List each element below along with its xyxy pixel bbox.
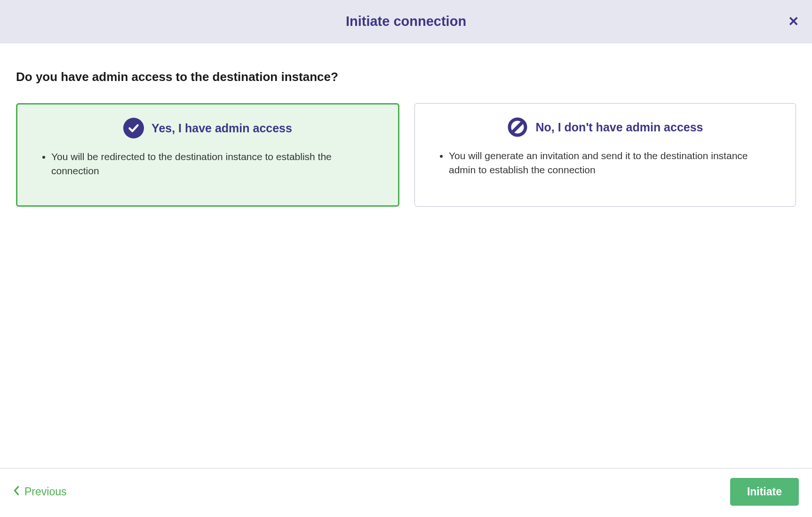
modal-body: Do you have admin access to the destinat… <box>0 43 812 468</box>
option-yes-admin[interactable]: Yes, I have admin access You will be red… <box>16 103 399 207</box>
initiate-button[interactable]: Initiate <box>730 478 799 506</box>
no-entry-icon <box>507 117 528 137</box>
modal-header: Initiate connection ✕ <box>0 0 812 43</box>
chevron-left-icon <box>13 485 20 498</box>
initiate-label: Initiate <box>747 485 782 498</box>
option-yes-title: Yes, I have admin access <box>151 121 292 135</box>
previous-label: Previous <box>24 485 66 498</box>
check-circle-icon <box>123 118 144 138</box>
close-button[interactable]: ✕ <box>788 15 799 28</box>
option-no-bullet: You will generate an invitation and send… <box>449 149 779 178</box>
option-yes-bullets: You will be redirected to the destinatio… <box>34 150 381 178</box>
close-icon: ✕ <box>788 14 799 29</box>
svg-line-1 <box>512 122 523 132</box>
option-no-bullets: You will generate an invitation and send… <box>432 149 779 178</box>
option-no-title: No, I don't have admin access <box>535 121 703 134</box>
modal-footer: Previous Initiate <box>0 468 812 517</box>
card-head: Yes, I have admin access <box>34 118 381 138</box>
modal-title: Initiate connection <box>346 14 466 29</box>
modal-container: Initiate connection ✕ Do you have admin … <box>0 0 812 517</box>
previous-button[interactable]: Previous <box>13 485 66 498</box>
option-yes-bullet: You will be redirected to the destinatio… <box>51 150 381 178</box>
option-cards: Yes, I have admin access You will be red… <box>16 103 796 207</box>
option-no-admin[interactable]: No, I don't have admin access You will g… <box>414 103 796 207</box>
admin-access-question: Do you have admin access to the destinat… <box>16 70 796 84</box>
card-head: No, I don't have admin access <box>432 117 779 137</box>
